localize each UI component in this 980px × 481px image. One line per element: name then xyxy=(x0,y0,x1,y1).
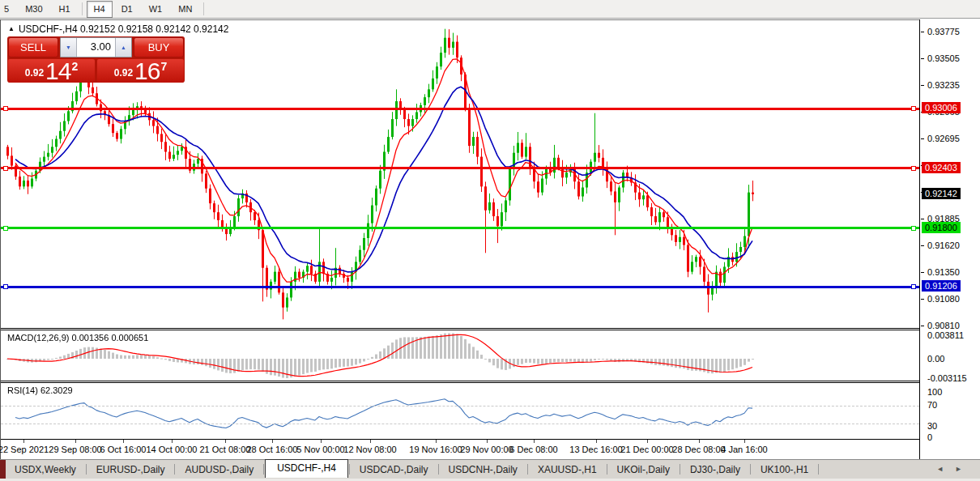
timeframe-button-h1[interactable]: H1 xyxy=(52,1,78,18)
level-line-handle[interactable] xyxy=(3,284,8,289)
date-tick-mark xyxy=(23,440,24,443)
chart-tab-usdx-weekly[interactable]: USDX,Weekly xyxy=(6,462,85,478)
axis-tick-mark xyxy=(921,272,924,273)
rsi-pane[interactable]: RSI(14) 62.3029 xyxy=(1,383,919,439)
chart-tab-usdchf-h4[interactable]: USDCHF-,H4 xyxy=(265,459,348,478)
date-tick-mark xyxy=(172,440,173,443)
price-badge-0.92403: 0.92403 xyxy=(922,162,961,173)
price-badge-0.91206: 0.91206 xyxy=(922,280,961,292)
axis-tick-mark xyxy=(921,245,924,246)
sell-price-box[interactable]: 0.92 14 2 xyxy=(8,59,95,83)
macd-scale-label: 0.003811 xyxy=(927,330,964,340)
volume-increase-button[interactable]: ▲ xyxy=(115,38,131,57)
chart-tab-eurusd-daily[interactable]: EURUSD-,Daily xyxy=(87,462,174,478)
chart-tab-audusd-daily[interactable]: AUDUSD-,Daily xyxy=(176,462,262,478)
chart-tab-ukoil-daily[interactable]: UKOil-,Daily xyxy=(608,462,679,478)
tab-scroll-arrows: ◄► xyxy=(936,465,962,473)
volume-spinner: ▼ 3.00 ▲ xyxy=(60,37,132,57)
macd-label: MACD(12,26,9) 0.001356 0.000651 xyxy=(7,333,148,343)
arrow-up-icon: ▲ xyxy=(121,45,126,50)
timeframe-button-d1[interactable]: D1 xyxy=(114,1,140,18)
date-label: 19 Nov 16:00 xyxy=(409,445,462,454)
price-level-line-0.92403[interactable] xyxy=(1,167,919,169)
chart-title-text: USDCHF-,H4 0.92152 0.92158 0.92142 0.921… xyxy=(19,23,229,35)
date-tick-mark xyxy=(744,440,745,443)
level-line-handle[interactable] xyxy=(911,106,916,111)
price-badge-0.93006: 0.93006 xyxy=(922,102,961,113)
chart-tab-dj30-daily[interactable]: DJ30-,Daily xyxy=(681,462,749,478)
chart-window: ▲ USDCHF-,H4 0.92152 0.92158 0.92142 0.9… xyxy=(0,19,980,459)
tab-separator xyxy=(818,464,819,475)
price-tick-label: 0.91080 xyxy=(927,294,960,304)
tab-scroll-left-icon[interactable]: ◄ xyxy=(936,465,944,473)
level-line-handle[interactable] xyxy=(911,226,916,231)
mt4-window: 5M30H1H4D1W1MN ▲ USDCHF-,H4 0.92152 0.92… xyxy=(0,0,980,481)
buy-button[interactable]: BUY xyxy=(134,37,184,57)
date-tick-mark xyxy=(436,440,437,443)
price-level-line-0.93006[interactable] xyxy=(1,108,919,110)
tab-separator xyxy=(750,464,751,475)
date-tick-mark xyxy=(123,440,124,443)
price-level-line-0.91206[interactable] xyxy=(1,286,919,288)
date-tick-mark xyxy=(596,440,597,443)
date-label: 4 Jan 16:00 xyxy=(721,445,768,454)
buy-price-prefix: 0.92 xyxy=(114,67,133,79)
time-axis: 22 Sep 202129 Sep 08:006 Oct 16:0014 Oct… xyxy=(1,439,919,459)
chart-collapse-icon[interactable]: ▲ xyxy=(8,25,15,32)
date-tick-mark xyxy=(699,440,700,443)
timeframe-button-w1[interactable]: W1 xyxy=(142,1,170,18)
price-tick-label: 0.91620 xyxy=(927,240,960,250)
date-label: 21 Dec 00:00 xyxy=(620,445,673,454)
date-label: 5 Nov 00:00 xyxy=(296,445,344,454)
timeframe-button-mn[interactable]: MN xyxy=(171,1,199,18)
price-badge-0.92142: 0.92142 xyxy=(922,188,961,199)
tab-separator xyxy=(86,464,87,475)
sell-price-prefix: 0.92 xyxy=(25,67,44,79)
volume-decrease-button[interactable]: ▼ xyxy=(61,38,77,57)
level-line-handle[interactable] xyxy=(911,166,916,171)
price-tick-label: 0.91350 xyxy=(927,267,960,277)
price-badge-0.91800: 0.91800 xyxy=(922,222,961,233)
tab-scroll-right-icon[interactable]: ► xyxy=(955,465,962,473)
price-level-line-0.91800[interactable] xyxy=(1,227,919,229)
level-line-handle[interactable] xyxy=(911,284,916,289)
chart-tab-bar: USDX,WeeklyEURUSD-,DailyAUDUSD-,DailyUSD… xyxy=(0,459,980,479)
level-line-handle[interactable] xyxy=(3,166,8,171)
date-label: 12 Nov 08:00 xyxy=(343,445,396,454)
sell-button[interactable]: SELL xyxy=(8,37,58,57)
chart-tab-usdcnh-daily[interactable]: USDCNH-,Daily xyxy=(440,462,526,478)
timeframe-button-5[interactable]: 5 xyxy=(0,1,16,18)
rsi-scale-label: 0 xyxy=(927,432,932,442)
buy-price-box[interactable]: 0.92 16 7 xyxy=(97,59,184,83)
rsi-canvas[interactable] xyxy=(1,383,919,439)
date-label: 29 Nov 00:00 xyxy=(460,445,513,454)
chart-tab-xauusd-h1[interactable]: XAUUSD-,H1 xyxy=(529,462,606,478)
date-label: 29 Sep 08:00 xyxy=(49,445,101,454)
macd-scale-label: -0.003115 xyxy=(927,373,967,383)
volume-value[interactable]: 3.00 xyxy=(77,38,115,57)
price-tick-label: 0.90810 xyxy=(927,321,960,330)
tab-separator xyxy=(349,464,350,475)
chart-tab-uk100-h1[interactable]: UK100-,H1 xyxy=(752,462,817,478)
price-tick-label: 0.93505 xyxy=(927,53,960,63)
plot-area: ▲ USDCHF-,H4 0.92152 0.92158 0.92142 0.9… xyxy=(1,19,920,459)
main-chart-pane[interactable]: ▲ USDCHF-,H4 0.92152 0.92158 0.92142 0.9… xyxy=(1,19,919,328)
buy-price-sup: 7 xyxy=(160,60,167,73)
chart-tab-usdcad-daily[interactable]: USDCAD-,Daily xyxy=(351,462,437,478)
date-label: 22 Sep 2021 xyxy=(0,445,49,454)
axis-tick-mark xyxy=(921,299,924,300)
rsi-scale-label: 30 xyxy=(927,421,937,431)
axis-tick-mark xyxy=(921,326,924,326)
one-click-trade-panel: SELL ▼ 3.00 ▲ BUY xyxy=(7,36,185,83)
timeframe-button-m30[interactable]: M30 xyxy=(18,1,49,18)
date-label: 28 Dec 08:00 xyxy=(672,445,725,454)
level-line-handle[interactable] xyxy=(3,226,8,231)
level-line-handle[interactable] xyxy=(3,106,8,111)
price-tick-label: 0.93775 xyxy=(927,27,960,36)
rsi-label: RSI(14) 62.3029 xyxy=(7,385,73,395)
tab-separator xyxy=(174,464,175,475)
chart-title: ▲ USDCHF-,H4 0.92152 0.92158 0.92142 0.9… xyxy=(8,23,228,35)
timeframe-button-h4[interactable]: H4 xyxy=(87,1,113,18)
tab-separator xyxy=(438,464,439,475)
macd-pane[interactable]: MACD(12,26,9) 0.001356 0.000651 xyxy=(1,330,919,381)
